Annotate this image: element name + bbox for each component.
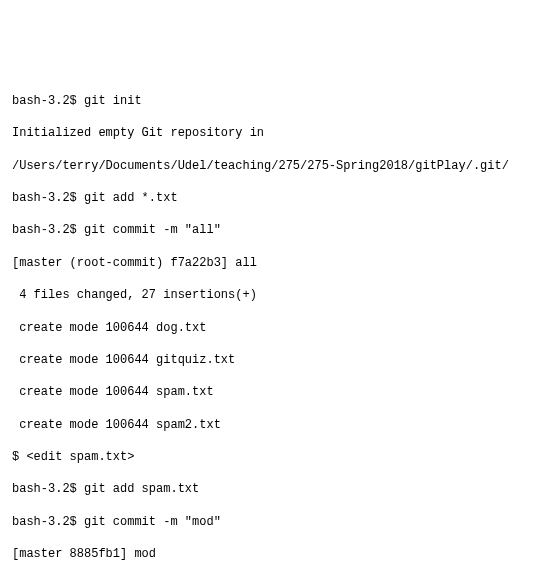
terminal-line: /Users/terry/Documents/Udel/teaching/275… bbox=[12, 158, 548, 174]
terminal-line: bash-3.2$ git add *.txt bbox=[12, 190, 548, 206]
terminal-line: create mode 100644 spam.txt bbox=[12, 384, 548, 400]
terminal-line: Initialized empty Git repository in bbox=[12, 125, 548, 141]
terminal-line: [master (root-commit) f7a22b3] all bbox=[12, 255, 548, 271]
terminal-line: 4 files changed, 27 insertions(+) bbox=[12, 287, 548, 303]
terminal-line: [master 8885fb1] mod bbox=[12, 546, 548, 562]
terminal-line: create mode 100644 gitquiz.txt bbox=[12, 352, 548, 368]
terminal-output: bash-3.2$ git init Initialized empty Git… bbox=[12, 77, 548, 577]
terminal-line: bash-3.2$ git commit -m "mod" bbox=[12, 514, 548, 530]
terminal-line: $ <edit spam.txt> bbox=[12, 449, 548, 465]
terminal-line: bash-3.2$ git add spam.txt bbox=[12, 481, 548, 497]
terminal-line: bash-3.2$ git init bbox=[12, 93, 548, 109]
terminal-line: bash-3.2$ git commit -m "all" bbox=[12, 222, 548, 238]
terminal-line: create mode 100644 dog.txt bbox=[12, 320, 548, 336]
terminal-line: create mode 100644 spam2.txt bbox=[12, 417, 548, 433]
